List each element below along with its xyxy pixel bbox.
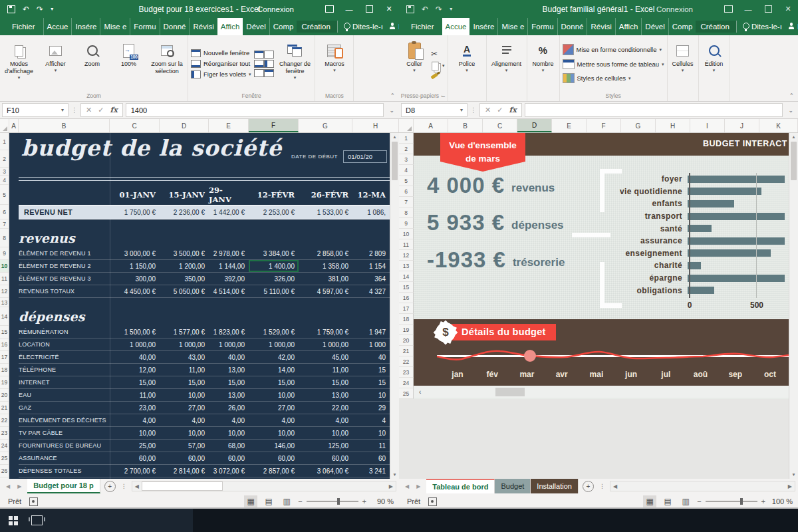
cell[interactable]: 2 809 bbox=[352, 247, 390, 260]
row-header-20[interactable]: 20 bbox=[0, 389, 9, 402]
window-split-buttons[interactable] bbox=[253, 36, 275, 91]
cell[interactable]: 4,00 bbox=[110, 414, 160, 427]
paste-button[interactable]: Coller▾ bbox=[400, 36, 429, 91]
cell[interactable]: 1 759,00 € bbox=[299, 326, 352, 338]
row-header-16[interactable]: 16 bbox=[0, 338, 9, 351]
row-header-2[interactable]: 2 bbox=[399, 144, 414, 154]
cell[interactable]: 60 bbox=[352, 452, 390, 465]
row-header-21[interactable]: 21 bbox=[0, 402, 9, 414]
undo-icon[interactable]: ↶ bbox=[23, 5, 29, 13]
ribbon-tab-misee[interactable]: Mise e bbox=[497, 18, 527, 35]
cell[interactable]: 40 bbox=[352, 351, 390, 364]
row-header-5[interactable]: 5 bbox=[399, 176, 414, 186]
view-modes-button[interactable]: Modes d'affichage▾ bbox=[1, 36, 37, 91]
cell[interactable]: 5 110,00 € bbox=[249, 285, 299, 298]
cell[interactable]: 45,00 bbox=[299, 351, 352, 364]
zoom-100-button[interactable]: →100100% bbox=[110, 36, 147, 91]
row-header-8[interactable]: 8 bbox=[399, 207, 414, 218]
font-button[interactable]: Police▾ bbox=[449, 36, 485, 91]
macro-record-icon[interactable] bbox=[29, 497, 38, 506]
cell[interactable]: 12-MA bbox=[352, 185, 390, 205]
row-header-1[interactable]: 1 bbox=[399, 133, 414, 144]
cell[interactable]: 1 533,00 € bbox=[299, 205, 352, 219]
cell[interactable]: 01-JANV bbox=[110, 185, 160, 205]
row-header-24[interactable]: 24 bbox=[0, 440, 9, 452]
tell-me[interactable]: Dites-le-ı bbox=[743, 23, 782, 31]
row-header-19[interactable]: 19 bbox=[399, 325, 414, 335]
ribbon-tab-formu[interactable]: Formu bbox=[130, 18, 159, 35]
cell[interactable]: 60,00 bbox=[209, 452, 249, 465]
formula-input[interactable] bbox=[525, 103, 783, 117]
cell[interactable]: 13,00 bbox=[209, 389, 249, 402]
row-header-16[interactable]: 16 bbox=[399, 293, 414, 303]
cell[interactable]: 1 000,00 bbox=[249, 338, 299, 351]
month-sep[interactable]: sep bbox=[722, 370, 749, 379]
row-header-22[interactable]: 22 bbox=[399, 356, 414, 367]
zoom-slider[interactable]: −+ bbox=[298, 497, 366, 505]
cell[interactable]: 10,00 bbox=[249, 427, 299, 440]
close-icon[interactable]: ✕ bbox=[379, 0, 399, 18]
column-header-G[interactable]: G bbox=[621, 119, 656, 132]
cell[interactable]: 5 050,00 € bbox=[160, 285, 209, 298]
row-header-12[interactable]: 12 bbox=[0, 285, 9, 298]
month-slider-handle[interactable] bbox=[524, 350, 536, 362]
alignment-button[interactable]: Alignement▾ bbox=[487, 36, 526, 91]
tab-bar-splitter[interactable]: ⋮ bbox=[599, 483, 606, 489]
row-label[interactable]: ÉLÉMENT DE REVENU 1 bbox=[19, 247, 110, 260]
page-layout-view-icon[interactable]: ▤ bbox=[262, 495, 275, 507]
conditional-formatting-button[interactable]: Mise en forme conditionnelle ▾ bbox=[563, 44, 664, 55]
row-header-3[interactable]: 3 bbox=[399, 154, 414, 165]
row-header-27[interactable]: 27 bbox=[0, 477, 9, 479]
qat-customize-icon[interactable]: ▾ bbox=[450, 7, 452, 12]
cell[interactable]: 2 236,00 € bbox=[160, 205, 209, 219]
row-header-14[interactable]: 14 bbox=[399, 271, 414, 282]
cell[interactable]: 60,00 bbox=[160, 452, 209, 465]
column-header-H[interactable]: H bbox=[352, 119, 399, 132]
cell[interactable]: 10,00 bbox=[160, 389, 209, 402]
column-header-F[interactable]: F bbox=[249, 119, 299, 132]
cell[interactable]: 10 bbox=[352, 389, 390, 402]
cell[interactable]: 25,00 bbox=[110, 440, 160, 452]
month-jul[interactable]: jul bbox=[652, 370, 679, 379]
row-header-17[interactable]: 17 bbox=[399, 303, 414, 314]
collapse-ribbon-icon[interactable]: ⌃ bbox=[390, 92, 395, 99]
cell[interactable]: 4 327 bbox=[352, 285, 390, 298]
enter-icon[interactable]: ✓ bbox=[497, 106, 503, 114]
cell[interactable]: 60,00 bbox=[110, 452, 160, 465]
row-header-7[interactable]: 7 bbox=[399, 197, 414, 207]
close-icon[interactable]: ✕ bbox=[778, 0, 798, 18]
row-header-2[interactable]: 2 bbox=[0, 150, 9, 168]
ribbon-tab-formu[interactable]: Formu bbox=[527, 18, 557, 35]
cell[interactable]: 1 442,00 € bbox=[209, 205, 249, 219]
cell[interactable]: 3 241 bbox=[352, 465, 390, 477]
tab-creation[interactable]: Création bbox=[297, 21, 337, 33]
zoom-selection-button[interactable]: Zoom sur la sélection bbox=[147, 36, 187, 91]
ribbon-tab-insre[interactable]: Insére bbox=[469, 18, 497, 35]
cell[interactable]: 1 500,00 € bbox=[110, 326, 160, 338]
row-label[interactable]: TÉLÉPHONE bbox=[19, 364, 110, 376]
sheet-tab-budget-18[interactable]: Budget pour 18 p bbox=[27, 479, 100, 493]
number-button[interactable]: Nombre▾ bbox=[528, 36, 559, 91]
cell[interactable]: 11 bbox=[352, 440, 390, 452]
cell[interactable]: 57,00 bbox=[160, 440, 209, 452]
cell[interactable]: 23,00 bbox=[110, 402, 160, 414]
cell[interactable]: 1 144,00 bbox=[209, 260, 249, 273]
enter-icon[interactable]: ✓ bbox=[98, 106, 104, 114]
cell[interactable]: 1 200,00 bbox=[160, 260, 209, 273]
row-header-14[interactable]: 14 bbox=[0, 307, 9, 326]
cell[interactable]: 29 bbox=[352, 402, 390, 414]
start-date-value[interactable]: 01/01/20 bbox=[343, 150, 387, 163]
cell[interactable]: 15,00 bbox=[209, 376, 249, 389]
month-jun[interactable]: jun bbox=[618, 370, 644, 379]
row-label[interactable]: ÉLÉMENT DE REVENU 3 bbox=[19, 273, 110, 285]
cell[interactable]: 2 858,00 € bbox=[299, 247, 352, 260]
row-header-11[interactable]: 11 bbox=[0, 273, 9, 285]
new-sheet-icon[interactable]: + bbox=[104, 481, 116, 492]
row-header-18[interactable]: 18 bbox=[0, 364, 9, 376]
cell[interactable]: 1 000,00 bbox=[209, 338, 249, 351]
ribbon-tab-misee[interactable]: Mise e bbox=[100, 18, 130, 35]
share-button[interactable]: Partager bbox=[389, 23, 399, 31]
sheet-nav-arrows[interactable]: ◀▶ bbox=[0, 479, 27, 493]
cell[interactable]: 10,00 bbox=[249, 389, 299, 402]
cell[interactable]: 10,00 bbox=[110, 427, 160, 440]
